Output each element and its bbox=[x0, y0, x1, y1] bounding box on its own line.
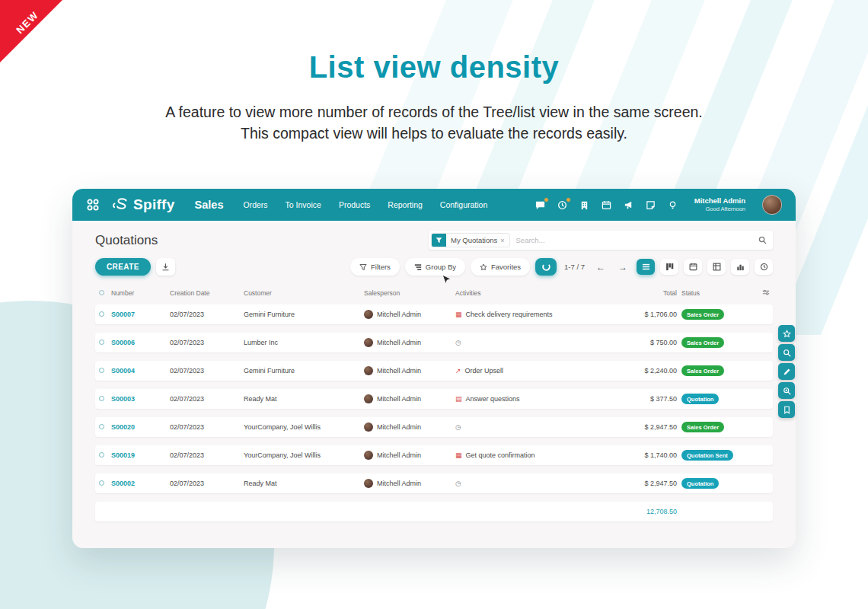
table-row[interactable]: S00004 02/07/2023 Gemini Furniture Mitch… bbox=[95, 361, 773, 381]
star-icon[interactable] bbox=[778, 325, 795, 342]
status-badge: Sales Order bbox=[681, 337, 724, 348]
clock-activity-icon[interactable]: ◷ bbox=[455, 424, 461, 431]
view-title: Quotations bbox=[95, 233, 158, 248]
graph-view-icon[interactable] bbox=[731, 259, 749, 275]
filters-button[interactable]: Filters bbox=[350, 258, 400, 276]
table-row[interactable]: S00003 02/07/2023 Ready Mat Mitchell Adm… bbox=[95, 389, 773, 409]
density-toggle-button[interactable] bbox=[535, 258, 557, 276]
nav-item-products[interactable]: Products bbox=[339, 200, 370, 209]
row-number-link[interactable]: S00007 bbox=[111, 311, 170, 318]
row-salesperson: Mitchell Admin bbox=[377, 451, 421, 459]
row-creation-date: 02/07/2023 bbox=[170, 395, 244, 403]
row-customer: Ready Mat bbox=[244, 480, 364, 487]
row-creation-date: 02/07/2023 bbox=[170, 451, 244, 459]
col-number[interactable]: Number bbox=[111, 289, 170, 297]
col-total[interactable]: Total bbox=[627, 289, 681, 297]
nav-item-to-invoice[interactable]: To Invoice bbox=[286, 200, 321, 209]
table-row[interactable]: S00019 02/07/2023 YourCompany, Joel Will… bbox=[95, 445, 773, 465]
col-salesperson[interactable]: Salesperson bbox=[364, 289, 455, 297]
search-bar[interactable]: My Quotations × bbox=[429, 231, 773, 250]
row-customer: Gemini Furniture bbox=[244, 311, 364, 318]
pager-next-icon[interactable]: → bbox=[614, 262, 631, 273]
user-greeting: Good Afternoon bbox=[694, 205, 745, 213]
col-status[interactable]: Status bbox=[681, 289, 750, 297]
status-badge: Sales Order bbox=[681, 422, 724, 432]
row-select-circle[interactable] bbox=[99, 311, 104, 317]
pivot-view-icon[interactable] bbox=[707, 259, 726, 275]
row-select-circle[interactable] bbox=[99, 340, 104, 345]
chat-icon[interactable] bbox=[535, 199, 546, 210]
list-activity-icon[interactable]: ▤ bbox=[455, 396, 462, 403]
row-number-link[interactable]: S00003 bbox=[111, 395, 170, 403]
table-body: S00007 02/07/2023 Gemini Furniture Mitch… bbox=[95, 304, 773, 493]
facet-remove-icon[interactable]: × bbox=[500, 237, 509, 244]
row-select-circle[interactable] bbox=[99, 480, 104, 486]
nav-item-configuration[interactable]: Configuration bbox=[440, 200, 487, 209]
apps-grid-icon[interactable] bbox=[86, 198, 100, 212]
megaphone-icon[interactable] bbox=[624, 199, 634, 210]
optional-columns-icon[interactable] bbox=[750, 289, 773, 298]
salesperson-avatar bbox=[364, 479, 373, 488]
pager-prev-icon[interactable]: ← bbox=[592, 262, 609, 273]
footer-total: 12,708.50 bbox=[627, 508, 681, 515]
user-avatar[interactable] bbox=[762, 195, 782, 215]
table-row[interactable]: S00006 02/07/2023 Lumber Inc Mitchell Ad… bbox=[95, 333, 773, 352]
bulb-icon[interactable] bbox=[668, 199, 678, 210]
row-number-link[interactable]: S00002 bbox=[111, 480, 170, 487]
nav-item-reporting[interactable]: Reporting bbox=[388, 200, 423, 209]
user-menu[interactable]: Mitchell Admin Good Afternoon bbox=[694, 196, 745, 213]
pencil-icon[interactable] bbox=[778, 363, 795, 380]
density-refresh-icon bbox=[541, 262, 551, 272]
row-activity-label: Answer questions bbox=[466, 395, 520, 403]
clock-activity-icon[interactable]: ◷ bbox=[455, 340, 461, 346]
row-number-link[interactable]: S00004 bbox=[111, 367, 170, 375]
nav-item-orders[interactable]: Orders bbox=[244, 200, 268, 209]
clock-activity-icon[interactable]: ◷ bbox=[455, 480, 461, 487]
col-activities[interactable]: Activities bbox=[455, 289, 627, 297]
table-row[interactable]: S00020 02/07/2023 YourCompany, Joel Will… bbox=[95, 417, 773, 437]
brand[interactable]: Spiffy bbox=[110, 195, 175, 215]
col-customer[interactable]: Customer bbox=[244, 289, 364, 297]
row-number-link[interactable]: S00019 bbox=[111, 451, 170, 459]
trend-activity-icon[interactable]: ↗ bbox=[455, 368, 461, 375]
note-icon[interactable] bbox=[646, 199, 656, 210]
row-activity-label: Get quote confirmation bbox=[466, 451, 535, 459]
kanban-view-icon[interactable] bbox=[660, 259, 678, 275]
calendar-activity-icon[interactable]: ▦ bbox=[455, 452, 462, 459]
table-row[interactable]: S00002 02/07/2023 Ready Mat Mitchell Adm… bbox=[95, 473, 773, 493]
activity-clock-icon[interactable] bbox=[557, 199, 568, 210]
chat-badge bbox=[544, 197, 549, 202]
search-icon[interactable] bbox=[778, 344, 795, 361]
row-select-circle[interactable] bbox=[99, 452, 104, 458]
select-all-circle[interactable] bbox=[99, 290, 104, 295]
row-select-circle[interactable] bbox=[99, 368, 104, 373]
row-select-circle[interactable] bbox=[99, 396, 104, 401]
zoom-plus-icon[interactable] bbox=[778, 382, 795, 399]
export-icon[interactable] bbox=[156, 258, 175, 276]
calendar-view-icon[interactable] bbox=[684, 259, 702, 275]
create-button[interactable]: CREATE bbox=[95, 258, 151, 276]
col-creation-date[interactable]: Creation Date bbox=[170, 289, 244, 297]
activity-badge bbox=[566, 197, 571, 202]
row-number-link[interactable]: S00006 bbox=[111, 339, 170, 346]
activity-view-icon[interactable] bbox=[755, 259, 773, 275]
group-by-button[interactable]: Group By bbox=[405, 258, 465, 276]
table-row[interactable]: S00007 02/07/2023 Gemini Furniture Mitch… bbox=[95, 304, 773, 324]
brand-name: Spiffy bbox=[133, 196, 175, 213]
row-number-link[interactable]: S00020 bbox=[111, 423, 170, 431]
app-window: Spiffy Sales OrdersTo InvoiceProductsRep… bbox=[72, 189, 796, 548]
search-facet[interactable]: My Quotations × bbox=[431, 233, 510, 247]
search-icon[interactable] bbox=[758, 234, 767, 247]
favorites-button[interactable]: Favorites bbox=[471, 258, 530, 276]
list-view-icon[interactable] bbox=[637, 259, 655, 275]
calendar-icon[interactable] bbox=[602, 199, 612, 210]
row-creation-date: 02/07/2023 bbox=[170, 339, 244, 346]
calendar-activity-icon[interactable]: ▦ bbox=[455, 311, 462, 318]
description-line-2: This compact view will helps to evaluate… bbox=[241, 125, 627, 142]
current-app-name[interactable]: Sales bbox=[195, 199, 224, 211]
search-input[interactable] bbox=[510, 236, 758, 244]
building-icon[interactable] bbox=[579, 199, 590, 210]
row-select-circle[interactable] bbox=[99, 424, 104, 429]
bookmark-icon[interactable] bbox=[778, 401, 795, 418]
salesperson-avatar bbox=[364, 366, 373, 375]
